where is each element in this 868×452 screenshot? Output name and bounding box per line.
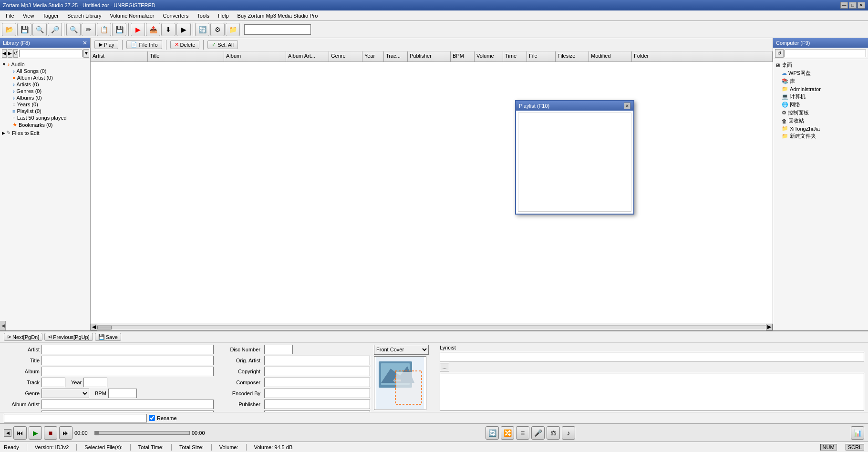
rp-node-desktop[interactable]: 🖥 桌面	[774, 61, 867, 69]
cover-image[interactable]	[374, 356, 426, 410]
col-file[interactable]: File	[527, 51, 556, 62]
tb-export-button[interactable]: 📤	[146, 23, 160, 36]
tb-folder-button[interactable]: 📁	[226, 23, 240, 36]
album-input[interactable]	[41, 367, 214, 376]
tb-zoom-button[interactable]: 🔎	[48, 23, 62, 36]
col-filesize[interactable]: Filesize	[556, 51, 589, 62]
col-modified[interactable]: Modified	[589, 51, 632, 62]
play-button[interactable]: ▶ Play	[94, 40, 118, 49]
balance-button[interactable]: ⚖	[547, 426, 560, 440]
lyrics-textarea[interactable]	[440, 373, 864, 411]
tb-settings-button[interactable]: ⚙	[210, 23, 225, 36]
copyright-input[interactable]	[264, 367, 370, 376]
repeat-button[interactable]: 🔄	[486, 426, 499, 440]
col-publisher[interactable]: Publisher	[408, 51, 451, 62]
encoded-by-input[interactable]	[264, 389, 370, 398]
album-artist-input[interactable]	[41, 400, 214, 409]
col-track[interactable]: Trac...	[384, 51, 408, 62]
playlist-close-button[interactable]: ✕	[624, 103, 630, 109]
tb-save2-button[interactable]: 💾	[112, 23, 126, 36]
tree-node-all-songs[interactable]: ♪ All Songs (0)	[5, 68, 89, 74]
tb-convert-button[interactable]: 🔄	[195, 23, 209, 36]
lib-back-button[interactable]: ◀	[2, 49, 7, 58]
col-bpm[interactable]: BPM	[451, 51, 475, 62]
hscroll-thumb[interactable]	[97, 326, 112, 329]
menu-file[interactable]: File	[2, 12, 18, 20]
rp-node-admin[interactable]: 📁 Administrator	[774, 85, 867, 92]
lyricist-browse-button[interactable]: ...	[440, 363, 449, 371]
tb-search-button[interactable]: 🔍	[32, 23, 47, 36]
menu-volume-normalizer[interactable]: Volume Normalizer	[106, 12, 158, 20]
track-input[interactable]	[41, 378, 65, 387]
cover-type-select[interactable]: Front Cover Back Cover Artist Band Other	[374, 345, 429, 355]
genre-select[interactable]	[41, 389, 89, 398]
toolbar-search-input[interactable]	[244, 24, 311, 35]
col-title[interactable]: Title	[148, 51, 224, 62]
save-tag-button[interactable]: 💾 Save	[95, 333, 121, 341]
col-album[interactable]: Album	[224, 51, 286, 62]
publisher-input[interactable]	[264, 400, 370, 409]
tb-clipboard-button[interactable]: 📋	[97, 23, 111, 36]
tree-node-album-artist[interactable]: ● Album Artist (0)	[5, 74, 89, 81]
shuffle-button[interactable]: 🔀	[501, 426, 514, 440]
tree-node-genres[interactable]: ♪ Genres (0)	[5, 88, 89, 94]
col-volume[interactable]: Volume	[475, 51, 503, 62]
disc-number-input[interactable]	[264, 345, 293, 354]
file-info-button[interactable]: 📄 File Info	[126, 40, 162, 49]
col-album-art[interactable]: Album Art...	[286, 51, 329, 62]
previous-button[interactable]: ⊲ Previous[PgUp]	[44, 333, 93, 341]
note-button[interactable]: ♪	[562, 426, 575, 440]
right-panel-search-input[interactable]	[785, 50, 866, 57]
collapse-left-button[interactable]: ◀	[4, 429, 11, 437]
rp-node-library[interactable]: 📚 库	[774, 77, 867, 85]
rp-node-recycle[interactable]: 🗑 回收站	[774, 117, 867, 125]
tree-node-albums[interactable]: ♪ Albums (0)	[5, 94, 89, 101]
next-track-button[interactable]: ⏭	[59, 426, 72, 440]
col-year[interactable]: Year	[362, 51, 384, 62]
menu-tools[interactable]: Tools	[193, 12, 213, 20]
tree-node-artists[interactable]: ♪ Artists (0)	[5, 81, 89, 88]
seek-thumb[interactable]	[95, 431, 99, 435]
menu-view[interactable]: View	[19, 12, 38, 20]
library-search-input[interactable]	[19, 50, 83, 57]
seek-bar[interactable]	[94, 431, 190, 435]
tb-edit-button[interactable]: ✏	[82, 23, 96, 36]
tree-node-last50[interactable]: ○ Last 50 songs played	[5, 114, 89, 121]
delete-button[interactable]: ✕ Delete	[170, 40, 200, 49]
minimize-button[interactable]: —	[840, 2, 848, 9]
rp-node-network[interactable]: 🌐 网络	[774, 101, 867, 109]
col-artist[interactable]: Artist	[91, 51, 148, 62]
tree-node-bookmarks[interactable]: ★ Bookmarks (0)	[5, 121, 89, 128]
lib-scroll-button[interactable]: ▼	[83, 49, 89, 58]
sel-all-button[interactable]: ✓ Sel. All	[207, 40, 238, 49]
maximize-button[interactable]: □	[849, 2, 857, 9]
tb-save-button[interactable]: 💾	[17, 23, 31, 36]
menu-tagger[interactable]: Tagger	[39, 12, 62, 20]
artist-input[interactable]	[41, 345, 214, 354]
tree-node-playlist[interactable]: ≡ Playlist (0)	[5, 108, 89, 114]
tb-youtube-button[interactable]: ▶	[131, 23, 145, 36]
rp-node-newfolder[interactable]: 📁 新建文件夹	[774, 132, 867, 140]
lyricist-input[interactable]	[440, 352, 864, 361]
composer-input[interactable]	[264, 378, 370, 387]
rp-node-controlpanel[interactable]: ⚙ 控制面板	[774, 109, 867, 117]
rp-node-xitong[interactable]: 📁 XiTongZhiJia	[774, 125, 867, 132]
tb-play-button[interactable]: ▶	[176, 23, 191, 36]
scroll-left-button[interactable]: ◀	[91, 324, 97, 330]
hscroll-track[interactable]	[97, 325, 766, 329]
playlist-transport-button[interactable]: ≡	[516, 426, 529, 440]
horizontal-scrollbar[interactable]: ◀ ▶	[91, 323, 773, 330]
col-folder[interactable]: Folder	[632, 51, 773, 62]
tree-node-audio[interactable]: ▼ ♪ Audio	[1, 61, 89, 68]
title-input[interactable]	[41, 356, 214, 365]
tree-node-years[interactable]: ○ Years (0)	[5, 101, 89, 108]
tb-import-button[interactable]: ⬇	[161, 23, 176, 36]
close-button[interactable]: ✕	[858, 2, 865, 9]
scroll-right-button[interactable]: ▶	[766, 324, 773, 330]
stop-button[interactable]: ■	[44, 426, 57, 440]
lib-refresh-button[interactable]: ↺	[13, 49, 18, 58]
tb-open-button[interactable]: 📂	[2, 23, 16, 36]
year-input[interactable]	[83, 378, 107, 387]
rp-refresh-button[interactable]: ↺	[775, 49, 784, 58]
tree-expand-files[interactable]: ▶	[2, 131, 5, 135]
